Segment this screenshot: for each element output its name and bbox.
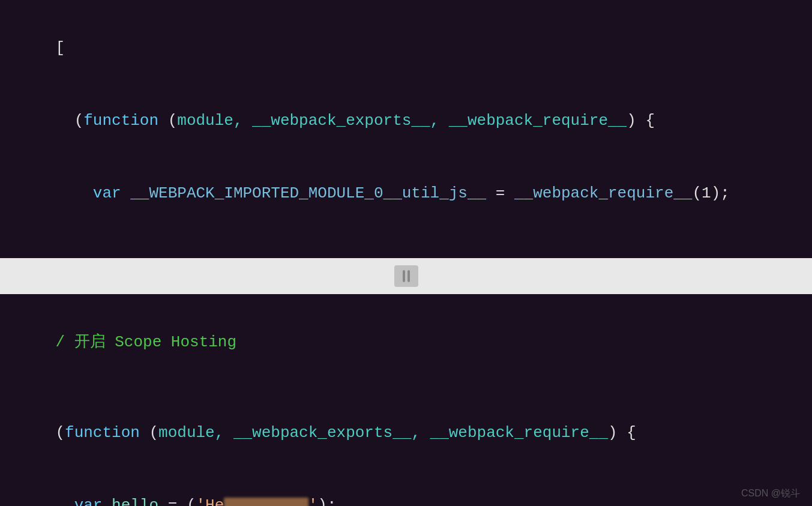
divider-bar-right <box>408 270 410 282</box>
code-line-func3-open: (function (module, __webpack_exports__, … <box>18 397 794 469</box>
code-line-console: console.log(__WEBPACK_IMPORTED_MODULE_0_… <box>18 230 794 258</box>
code-line-func1-open: (function (module, __webpack_exports__, … <box>18 85 794 157</box>
code-line-bracket-open: [ <box>18 12 794 85</box>
code-line-var: var __WEBPACK_IMPORTED_MODULE_0__util_js… <box>18 157 794 230</box>
code-line-var-hello: var hello = ('Hello world'); <box>18 469 794 506</box>
panel-divider[interactable] <box>0 258 812 294</box>
divider-handle[interactable] <box>394 265 418 287</box>
bottom-panel: / 开启 Scope Hosting (function (module, __… <box>0 294 812 506</box>
divider-bar-left <box>403 270 405 282</box>
top-panel: [ (function (module, __webpack_exports__… <box>0 0 812 258</box>
watermark: CSDN @锐斗 <box>741 487 800 500</box>
comment-line: / 开启 Scope Hosting <box>18 306 794 379</box>
